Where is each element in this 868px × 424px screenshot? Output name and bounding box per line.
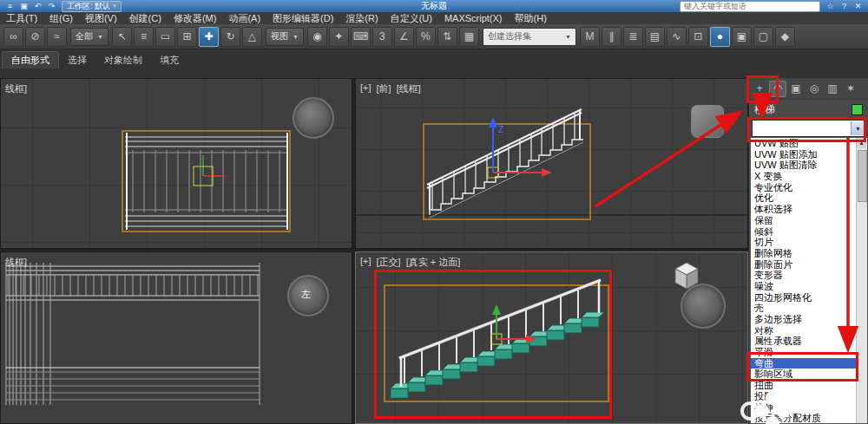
redo-icon[interactable]: ↷ [46, 1, 57, 11]
ribbon-tab-freeform[interactable]: 自由形式 [2, 51, 59, 68]
modifier-item[interactable]: UVW 贴图添加 [751, 149, 857, 160]
bind-to-space-warp-icon[interactable]: ≈ [47, 27, 67, 47]
star-icon[interactable]: ☆ [825, 1, 836, 11]
viewport-shading-label[interactable]: [真实 + 边面] [406, 256, 461, 269]
viewport-bottom-right[interactable]: [+] [正交] [真实 + 边面] [355, 251, 748, 424]
menu-item[interactable]: 创建(C) [123, 12, 168, 24]
angle-snap-icon[interactable]: ∠ [394, 27, 414, 47]
scroll-up-icon[interactable]: ▲ [857, 138, 866, 148]
menu-item[interactable]: 组(G) [43, 12, 79, 24]
modifier-item[interactable]: 删除网格 [751, 248, 857, 259]
rendered-frame-icon[interactable]: ▢ [753, 27, 773, 47]
modifier-item[interactable]: 弯曲 [751, 358, 857, 369]
modifier-item[interactable]: 切片 [751, 237, 857, 248]
material-editor-icon[interactable]: ● [710, 27, 730, 47]
select-and-link-icon[interactable]: ∞ [3, 27, 23, 47]
viewport-menu-label[interactable]: [+] [360, 82, 372, 95]
object-color-swatch[interactable] [852, 104, 863, 115]
modifier-item[interactable]: 倾斜 [751, 226, 857, 238]
viewport-top-left[interactable]: 线框] [0, 78, 352, 249]
spinner-snap-icon[interactable]: ⇅ [437, 27, 457, 47]
modifier-item[interactable]: 噪波 [751, 281, 857, 292]
app-menu-icon[interactable]: ≡ [4, 1, 16, 11]
save-icon[interactable]: ▣ [18, 1, 30, 11]
viewcube-gizmo[interactable] [681, 284, 726, 329]
hierarchy-tab-icon[interactable]: ▣ [787, 81, 805, 97]
viewport-shading-label[interactable]: 线框] [5, 256, 27, 269]
modifier-item[interactable]: 删除面片 [751, 259, 857, 271]
menu-item[interactable]: 视图(V) [79, 12, 123, 24]
search-input[interactable] [680, 1, 820, 12]
mirror-icon[interactable]: M [580, 27, 600, 47]
select-and-rotate-icon[interactable]: ↻ [220, 27, 240, 47]
display-tab-icon[interactable]: ▥ [824, 81, 841, 97]
select-and-move-icon[interactable]: ✚ [199, 27, 219, 47]
menu-item[interactable]: 帮助(H) [509, 12, 553, 24]
utilities-tab-icon[interactable]: ✶ [842, 81, 859, 97]
scrollbar-thumb[interactable] [858, 150, 867, 202]
modifier-item[interactable]: UVW 贴图 [751, 138, 857, 149]
named-selection-combo[interactable]: 创建选择集 ▼ [483, 28, 576, 46]
modifier-item[interactable]: 投影 [751, 391, 857, 402]
viewport-view-label[interactable]: [前] [377, 82, 391, 95]
viewport-top-right[interactable]: [+] [前] [线框] Z [355, 78, 748, 249]
modifier-item[interactable]: 多边形选择 [751, 314, 857, 325]
ribbon-tab-populate[interactable]: 填充 [151, 52, 187, 68]
select-and-scale-icon[interactable]: △ [242, 27, 262, 47]
modifier-item[interactable]: 影响区域 [751, 369, 857, 380]
modifier-item[interactable]: 保留 [751, 215, 857, 226]
close-icon[interactable]: ✕ [852, 1, 864, 11]
motion-tab-icon[interactable]: ◎ [806, 81, 823, 97]
modify-tab-icon[interactable]: ◠ [769, 81, 786, 97]
menu-item[interactable]: 渲染(R) [339, 12, 384, 24]
keyboard-override-icon[interactable]: ⌨ [351, 27, 371, 47]
menu-item[interactable]: 图形编辑器(D) [266, 12, 339, 24]
reference-coordinate-dropdown[interactable]: 视图 ▼ [266, 28, 304, 46]
render-setup-icon[interactable]: ▣ [732, 27, 752, 47]
viewport-bottom-left[interactable]: 线框] [0, 251, 352, 424]
schematic-view-icon[interactable]: ⊡ [688, 27, 708, 47]
modifier-item[interactable]: 四边形网格化 [751, 292, 857, 303]
viewcube-gizmo[interactable] [691, 105, 724, 138]
modifier-item[interactable]: 体积选择 [751, 204, 857, 215]
modifier-item[interactable]: UVW 贴图清除 [751, 160, 857, 171]
align-icon[interactable]: ∥ [602, 27, 621, 47]
modifier-item[interactable]: 拉伸 [751, 402, 857, 414]
ribbon-tab-object-paint[interactable]: 对象绘制 [95, 52, 151, 68]
menu-item[interactable]: 工具(T) [0, 12, 43, 24]
viewport-shading-label[interactable]: [线框] [397, 82, 421, 95]
menu-item[interactable]: 修改器(M) [168, 12, 223, 24]
unlink-selection-icon[interactable]: ⊘ [25, 27, 45, 47]
viewcube-left-label[interactable]: 左 [301, 288, 311, 301]
curve-editor-icon[interactable]: ∿ [667, 27, 687, 47]
modifier-item[interactable]: 按元素分配材质 [751, 413, 857, 424]
select-object-icon[interactable]: ↖ [112, 27, 132, 47]
layer-manager-icon[interactable]: ≣ [623, 27, 643, 47]
viewport-view-label[interactable]: [正交] [377, 256, 401, 269]
rectangular-selection-region-icon[interactable]: ▭ [155, 27, 175, 47]
render-icon[interactable]: ◆ [775, 27, 795, 47]
create-tab-icon[interactable]: + [751, 81, 768, 97]
viewcube-gizmo[interactable] [293, 97, 334, 139]
use-pivot-point-icon[interactable]: ◉ [307, 27, 327, 47]
workspace-selector[interactable]: 工作区: 默认 ▾ [62, 1, 122, 12]
modifier-item[interactable]: 对称 [751, 325, 857, 336]
modifier-item[interactable]: 变形器 [751, 270, 857, 281]
undo-icon[interactable]: ↶ [32, 1, 43, 11]
selection-filter-dropdown[interactable]: 全部 ▼ [70, 28, 108, 46]
menu-item[interactable]: 动画(A) [222, 12, 266, 24]
select-and-manipulate-icon[interactable]: ✦ [329, 27, 349, 47]
select-by-name-icon[interactable]: ≡ [134, 27, 154, 47]
chevron-down-icon[interactable]: ▼ [851, 121, 865, 135]
edit-named-selection-sets-icon[interactable]: ▦ [459, 27, 479, 47]
modifier-list-scrollbar[interactable]: ▲ [856, 138, 867, 423]
modifier-item[interactable]: 扭曲 [751, 380, 857, 391]
modifier-item[interactable]: X 变换 [751, 171, 857, 182]
modifier-item[interactable]: 壳 [751, 303, 857, 314]
viewport-shading-label[interactable]: 线框] [5, 82, 27, 95]
window-crossing-icon[interactable]: ⊞ [177, 27, 197, 47]
percent-snap-icon[interactable]: % [416, 27, 436, 47]
modifier-item[interactable]: 属性承载器 [751, 336, 857, 347]
viewport-menu-label[interactable]: [+] [360, 256, 372, 269]
snap-toggle-3d-icon[interactable]: 3 [372, 27, 392, 47]
